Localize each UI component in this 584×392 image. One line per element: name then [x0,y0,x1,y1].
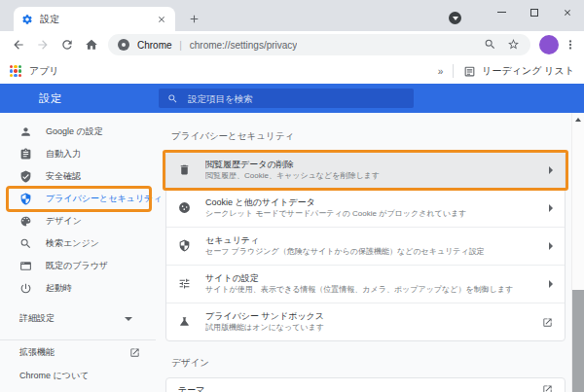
chevron-right-icon [549,166,553,174]
reload-button[interactable] [55,33,79,56]
security-shield-icon [178,239,192,253]
settings-search-input[interactable] [186,92,405,105]
tune-icon [178,277,192,291]
content-scrollbar[interactable] [571,113,584,392]
row-security[interactable]: セキュリティ セーフ ブラウジング（危険なサイトからの保護機能）などのセキュリテ… [166,227,565,265]
tab-close-icon[interactable] [156,14,167,25]
browser-menu-icon[interactable] [563,37,578,53]
chevron-right-icon [549,280,553,288]
row-title: テーマ [178,384,204,392]
search-icon [167,93,178,104]
settings-search-box[interactable] [159,89,414,108]
sidebar-item-safety-check[interactable]: 安全確認 [0,165,156,188]
row-title: 閲覧履歴データの削除 [205,159,380,170]
reading-list-icon [463,65,476,78]
tab-title: 設定 [40,13,156,26]
bookmark-star-icon[interactable] [507,38,521,52]
sidebar-item-label: デザイン [46,215,82,228]
back-button[interactable] [6,33,30,56]
bookmarks-overflow-button[interactable]: » [438,66,444,77]
sidebar-item-label: 起動時 [46,282,72,295]
scroll-up-button[interactable] [572,113,584,126]
sidebar-item-label: 自動入力 [46,148,81,160]
about-label: Chrome について [19,370,89,382]
close-button[interactable] [551,0,584,24]
gear-icon [21,14,33,25]
sidebar-item-privacy-security[interactable]: プライバシーとセキュリティ [0,188,156,210]
sidebar-item-autofill[interactable]: 自動入力 [0,143,156,165]
extensions-label: 拡張機能 [19,346,55,359]
sidebar-advanced-toggle[interactable]: 詳細設定 [0,307,156,330]
settings-content: プライバシーとセキュリティ 閲覧履歴データの削除 閲覧履歴、Cookie、キャッ… [156,113,584,392]
new-tab-button[interactable] [185,10,202,27]
row-title: Cookie と他のサイトデータ [205,196,466,208]
window-controls [485,0,584,24]
address-bar[interactable]: Chrome | chrome://settings/privacy [108,34,530,55]
sidebar-item-about-chrome[interactable]: Chrome について [0,364,156,387]
tab-settings[interactable]: 設定 [14,7,175,31]
chrome-page-icon [118,39,129,51]
sidebar-item-default-browser[interactable]: 既定のブラウザ [0,255,156,277]
browser-toolbar: Chrome | chrome://settings/privacy [0,31,584,58]
settings-header: 設定 [0,84,584,113]
sidebar-item-label: Google の設定 [46,125,103,138]
shield-check-icon [19,170,33,184]
external-link-icon [129,347,140,358]
close-icon [563,8,572,18]
forward-button[interactable] [30,33,55,56]
maximize-button[interactable] [518,0,551,24]
person-icon [19,125,33,139]
browser-window: 設定 [0,0,584,392]
tab-strip: 設定 [0,0,584,31]
zoom-icon[interactable] [484,38,497,52]
appearance-section-title: デザイン [171,357,566,370]
scrollbar-thumb[interactable] [572,290,584,392]
settings-title: 設定 [39,91,62,106]
chevron-right-icon [549,242,553,250]
apps-grid-icon [10,65,21,77]
row-subtitle: セーフ ブラウジング（危険なサイトからの保護機能）などのセキュリティ設定 [205,247,485,257]
row-subtitle: 閲覧履歴、Cookie、キャッシュなどを削除します [205,171,380,181]
browser-icon [19,260,33,273]
sidebar-item-on-startup[interactable]: 起動時 [0,277,156,300]
sidebar-item-label: 既定のブラウザ [46,260,108,272]
url-text: chrome://settings/privacy [190,40,298,51]
sidebar-item-google-settings[interactable]: Google の設定 [0,121,156,143]
minimize-icon [497,12,506,13]
sidebar-item-search-engine[interactable]: 検索エンジン [0,232,156,255]
apps-bookmark[interactable]: アプリ [29,64,59,78]
privacy-card: 閲覧履歴データの削除 閲覧履歴、Cookie、キャッシュなどを削除します Coo… [165,151,566,341]
external-link-icon [542,317,553,328]
tab-search-icon[interactable] [449,12,461,24]
bookmarks-bar: アプリ » リーディング リスト [0,58,584,84]
chevron-right-icon [549,204,553,212]
reading-list-button[interactable]: リーディング リスト [482,64,574,78]
bookmarks-divider [453,64,454,78]
privacy-shield-icon [19,193,33,206]
sidebar-item-appearance[interactable]: デザイン [0,210,156,232]
profile-avatar[interactable] [539,35,559,54]
row-title: プライバシー サンドボックス [205,310,324,322]
url-separator: | [179,40,182,51]
row-clear-browsing-data[interactable]: 閲覧履歴データの削除 閲覧履歴、Cookie、キャッシュなどを削除します [166,152,565,189]
settings-sidebar: Google の設定 自動入力 安全確認 プライバシーとセキュリティ [0,113,156,392]
power-icon [19,282,33,296]
row-subtitle: シークレット モードでサードパーティの Cookie がブロックされています [205,209,466,219]
external-link-icon [542,384,553,392]
sidebar-item-label: 検索エンジン [46,237,99,250]
row-theme[interactable]: テーマ [166,378,565,392]
sidebar-item-label: 安全確認 [46,170,81,183]
row-privacy-sandbox[interactable]: プライバシー サンドボックス 試用版機能はオンになっています [166,303,565,340]
sidebar-item-label: プライバシーとセキュリティ [46,193,163,205]
advanced-label: 詳細設定 [19,312,55,325]
autofill-clipboard-icon [19,148,33,161]
minimize-button[interactable] [485,0,518,24]
settings-body: Google の設定 自動入力 安全確認 プライバシーとセキュリティ [0,113,584,392]
cookie-icon [178,201,192,215]
sidebar-item-extensions[interactable]: 拡張機能 [0,340,156,364]
row-site-settings[interactable]: サイトの設定 サイトが使用、表示できる情報（位置情報、カメラ、ポップアップなど）… [166,265,565,303]
triangle-up-icon [575,118,581,122]
home-button[interactable] [79,33,103,56]
row-title: サイトの設定 [205,272,513,284]
row-cookies-site-data[interactable]: Cookie と他のサイトデータ シークレット モードでサードパーティの Coo… [166,189,565,227]
